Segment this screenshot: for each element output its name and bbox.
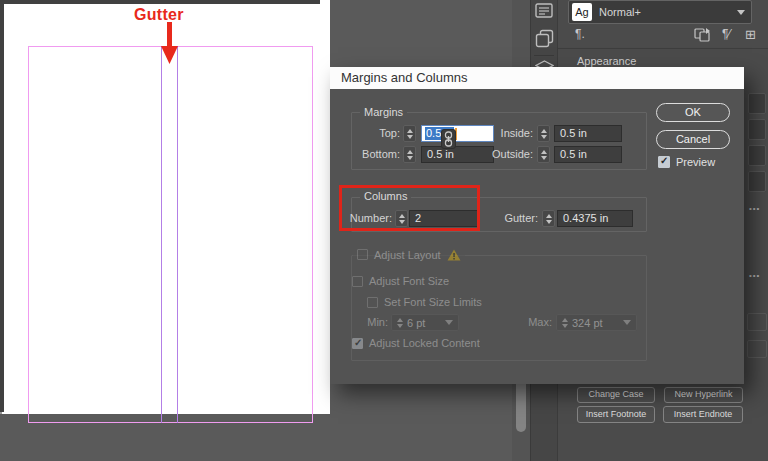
- min-dropdown: 6 pt: [391, 314, 459, 331]
- adjust-font-size-row: Adjust Font Size: [352, 275, 449, 287]
- adjust-layout-checkbox: [357, 249, 368, 260]
- down-arrow-icon: [152, 22, 188, 66]
- outside-spinner[interactable]: [537, 146, 550, 163]
- margins-group-label: Margins: [360, 106, 407, 118]
- dialog-title: Margins and Columns: [330, 67, 744, 89]
- indesign-workspace: Gutter Ag Normal+ ¶.: [0, 0, 768, 461]
- inside-spinner[interactable]: [537, 125, 550, 142]
- chevron-down-icon: [623, 320, 631, 325]
- adjust-layout-label: Adjust Layout: [374, 249, 441, 261]
- link-margins-button[interactable]: [441, 129, 456, 149]
- top-spinner[interactable]: [403, 125, 416, 142]
- chain-link-icon: [443, 131, 454, 147]
- columns-highlight-annotation: [339, 185, 480, 231]
- more-options-ellipsis[interactable]: •••: [749, 271, 760, 280]
- set-font-size-limits-label: Set Font Size Limits: [384, 296, 482, 308]
- preview-checkbox-row[interactable]: ✓ Preview: [658, 156, 715, 168]
- inside-margin-field[interactable]: 0.5 in: [554, 125, 622, 142]
- add-options-icon[interactable]: ⊞: [745, 27, 756, 42]
- column-guide-left: [161, 46, 162, 423]
- new-hyperlink-button[interactable]: New Hyperlink: [664, 387, 743, 403]
- ok-button[interactable]: OK: [656, 103, 730, 122]
- panel-control-partial[interactable]: [747, 313, 767, 331]
- max-dropdown: 324 pt: [556, 314, 637, 331]
- adjust-locked-content-row: ✓ Adjust Locked Content: [352, 337, 480, 349]
- change-case-button[interactable]: Change Case: [577, 387, 655, 403]
- bottom-spinner[interactable]: [403, 146, 416, 163]
- paragraph-options-icon[interactable]: ¶⁄: [722, 27, 730, 41]
- preview-label: Preview: [676, 156, 715, 168]
- set-font-size-limits-row: Set Font Size Limits: [367, 296, 482, 308]
- margin-guide-left: [28, 46, 29, 423]
- notes-list-icon[interactable]: [535, 3, 554, 19]
- outside-label: Outside:: [483, 146, 533, 163]
- gutter-field[interactable]: 0.4375 in: [557, 210, 633, 227]
- appearance-section-heading: Appearance: [577, 55, 636, 67]
- adjust-font-size-checkbox: [352, 276, 363, 287]
- pages-icon[interactable]: [535, 29, 554, 48]
- column-guide-right: [177, 46, 178, 423]
- panel-control-partial[interactable]: [748, 119, 766, 140]
- canvas-scrollbar-thumb[interactable]: [516, 376, 526, 432]
- gutter-label: Gutter:: [488, 210, 538, 227]
- min-label: Min:: [356, 314, 388, 331]
- adjust-font-size-label: Adjust Font Size: [369, 275, 449, 287]
- margin-guide-right: [312, 46, 313, 423]
- top-label: Top:: [350, 125, 400, 142]
- paragraph-style-value: Normal+: [599, 1, 641, 23]
- redefine-style-icon[interactable]: [694, 28, 711, 42]
- warning-icon: [447, 249, 461, 261]
- outside-margin-field[interactable]: 0.5 in: [554, 146, 622, 163]
- insert-endnote-button[interactable]: Insert Endnote: [663, 406, 743, 423]
- panel-divider: [558, 48, 768, 49]
- panel-control-partial[interactable]: [748, 93, 766, 114]
- bottom-label: Bottom:: [350, 146, 400, 163]
- chevron-down-icon: [445, 320, 453, 325]
- gutter-spinner[interactable]: [542, 210, 555, 227]
- preview-checkbox[interactable]: ✓: [658, 156, 670, 168]
- paragraph-style-dropdown[interactable]: Ag Normal+: [568, 0, 752, 24]
- page-shadow: [0, 0, 4, 412]
- chevron-down-icon: [737, 10, 745, 15]
- adjust-layout-row: Adjust Layout: [353, 248, 465, 261]
- panel-control-partial[interactable]: [748, 171, 766, 192]
- cancel-button[interactable]: Cancel: [656, 130, 730, 149]
- panel-control-partial[interactable]: [748, 145, 766, 166]
- page-shadow: [0, 0, 320, 4]
- max-value: 324 pt: [572, 317, 603, 329]
- dialog-title-bar[interactable]: Margins and Columns: [330, 67, 744, 89]
- max-label: Max:: [516, 314, 552, 331]
- character-style-badge: Ag: [572, 3, 592, 21]
- insert-footnote-button[interactable]: Insert Footnote: [577, 406, 655, 423]
- adjust-locked-content-label: Adjust Locked Content: [369, 337, 480, 349]
- more-options-ellipsis[interactable]: •••: [749, 204, 760, 213]
- margin-guide-bottom: [28, 422, 312, 423]
- set-font-size-limits-checkbox: [367, 297, 378, 308]
- min-value: 6 pt: [407, 317, 425, 329]
- panel-control-partial[interactable]: [747, 340, 767, 358]
- paragraph-mark-icon[interactable]: ¶.: [575, 27, 585, 41]
- adjust-locked-content-checkbox: ✓: [352, 338, 363, 349]
- inside-label: Inside:: [483, 125, 533, 142]
- strip-divider: [534, 55, 554, 56]
